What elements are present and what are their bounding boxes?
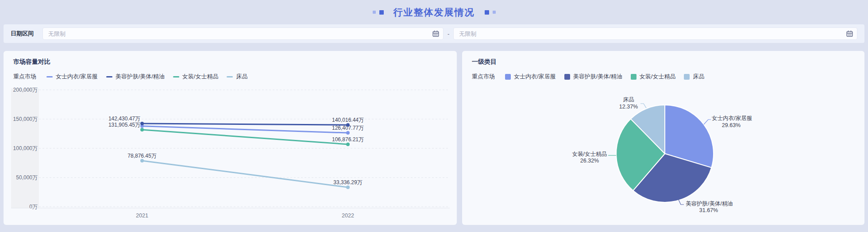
value-label: 142,430.47万 bbox=[108, 116, 140, 122]
value-label: 33,336.29万 bbox=[333, 179, 362, 186]
value-label: 78,876.45万 bbox=[127, 153, 156, 159]
date-filter-bar: 日期区间 - bbox=[4, 24, 864, 43]
legend-marker bbox=[227, 76, 233, 77]
legend-item-label: 美容护肤/美体/精油 bbox=[116, 73, 165, 81]
date-end-input[interactable] bbox=[454, 28, 857, 39]
line-chart-legend: 重点市场 女士内衣/家居服美容护肤/美体/精油女装/女士精品床品 bbox=[13, 73, 447, 81]
y-tick-label: 150,000万 bbox=[13, 116, 38, 122]
value-label: 131,905.45万 bbox=[108, 122, 140, 128]
y-tick-label: 100,000万 bbox=[13, 145, 38, 151]
x-tick-label: 2021 bbox=[136, 213, 148, 219]
pie-label-line bbox=[640, 104, 646, 108]
data-point[interactable] bbox=[140, 159, 144, 162]
pie-label-pct: 31.67% bbox=[699, 207, 718, 213]
legend-title: 重点市场 bbox=[13, 73, 36, 81]
legend-item-label: 女士内衣/家居服 bbox=[56, 73, 98, 81]
card-title: 市场容量对比 bbox=[13, 58, 447, 66]
data-point[interactable] bbox=[346, 143, 350, 146]
category-card: 一级类目 重点市场 女士内衣/家居服美容护肤/美体/精油女装/女士精品床品 女士… bbox=[462, 51, 864, 225]
legend-marker bbox=[106, 76, 112, 77]
date-range-label: 日期区间 bbox=[11, 30, 34, 38]
data-point[interactable] bbox=[140, 122, 144, 125]
date-start-input[interactable] bbox=[43, 28, 443, 39]
line-series[interactable] bbox=[142, 161, 348, 187]
charts-row: 市场容量对比 重点市场 女士内衣/家居服美容护肤/美体/精油女装/女士精品床品 … bbox=[4, 51, 864, 225]
line-series[interactable] bbox=[142, 124, 348, 125]
market-capacity-card: 市场容量对比 重点市场 女士内衣/家居服美容护肤/美体/精油女装/女士精品床品 … bbox=[4, 51, 457, 225]
page-title: 行业整体发展情况 bbox=[393, 6, 475, 19]
date-separator: - bbox=[448, 31, 449, 37]
pie-label-name: 美容护肤/美体/精油 bbox=[686, 201, 733, 207]
pie-label-pct: 26.32% bbox=[580, 158, 599, 164]
pie-label-pct: 12.37% bbox=[619, 104, 638, 110]
data-point[interactable] bbox=[346, 186, 350, 189]
calendar-icon[interactable] bbox=[846, 31, 853, 37]
pie-label-name: 女装/女士精品 bbox=[572, 151, 607, 157]
title-decor-icon bbox=[493, 11, 496, 14]
legend-marker bbox=[46, 76, 53, 77]
pie-chart[interactable]: 女士内衣/家居服29.63%美容护肤/美体/精油31.67%女装/女士精品26.… bbox=[462, 51, 864, 225]
data-point[interactable] bbox=[140, 128, 144, 131]
legend-item[interactable]: 女装/女士精品 bbox=[173, 73, 219, 81]
legend-item-label: 床品 bbox=[236, 73, 247, 81]
page-header: 行业整体发展情况 bbox=[0, 0, 868, 24]
legend-item[interactable]: 美容护肤/美体/精油 bbox=[106, 73, 165, 81]
x-tick-label: 2022 bbox=[342, 213, 354, 219]
legend-marker bbox=[173, 76, 179, 77]
line-chart[interactable]: 0万50,000万100,000万150,000万200,000万2021202… bbox=[4, 82, 457, 225]
value-label: 140,016.44万 bbox=[332, 117, 364, 123]
y-tick-label: 50,000万 bbox=[16, 174, 38, 181]
y-tick-label: 200,000万 bbox=[13, 87, 38, 93]
date-start-field[interactable] bbox=[42, 27, 444, 40]
pie-label-pct: 29.63% bbox=[722, 122, 741, 128]
data-point[interactable] bbox=[346, 131, 350, 135]
pie-label-name: 女士内衣/家居服 bbox=[712, 115, 752, 121]
pie-label-line bbox=[704, 120, 711, 124]
legend-item[interactable]: 床品 bbox=[227, 73, 247, 81]
title-decor-icon bbox=[485, 10, 489, 15]
value-label: 106,876.21万 bbox=[332, 136, 364, 143]
legend-item[interactable]: 女士内衣/家居服 bbox=[46, 73, 98, 81]
pie-label-name: 床品 bbox=[623, 97, 634, 103]
data-point[interactable] bbox=[346, 123, 350, 127]
calendar-icon[interactable] bbox=[432, 31, 439, 37]
legend-item-label: 女装/女士精品 bbox=[182, 73, 219, 81]
date-end-field[interactable] bbox=[453, 27, 857, 40]
y-tick-label: 0万 bbox=[29, 204, 38, 210]
title-decor-icon bbox=[379, 10, 384, 15]
title-decor-icon bbox=[373, 11, 376, 14]
